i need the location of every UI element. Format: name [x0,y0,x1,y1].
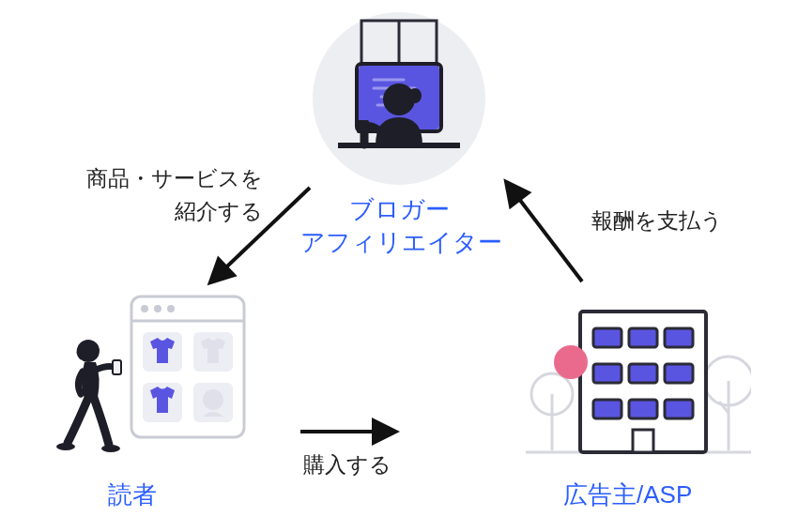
edge-right-top-label: 報酬を支払う [591,205,723,237]
node-top-line2: アフィリエイター [300,228,502,256]
svg-rect-14 [357,120,369,133]
svg-rect-38 [665,328,693,347]
advertiser-illustration [526,291,751,469]
svg-point-18 [154,305,161,312]
svg-rect-37 [629,328,657,347]
node-right-label: 広告主/ASP [563,479,692,511]
blogger-illustration [310,9,488,188]
reader-illustration [56,291,253,469]
svg-rect-41 [665,364,693,383]
svg-rect-43 [629,400,657,418]
svg-rect-39 [593,364,622,383]
svg-point-19 [167,305,175,312]
svg-rect-36 [593,328,622,347]
svg-point-46 [554,345,588,379]
svg-rect-42 [593,400,622,418]
svg-rect-45 [633,430,653,452]
arrow-right-to-top [507,183,582,281]
svg-point-24 [203,389,223,410]
svg-rect-40 [629,364,657,383]
node-top-label: ブロガー アフィリエイター [300,193,498,259]
svg-rect-26 [113,360,121,374]
svg-point-13 [408,88,422,103]
svg-point-17 [141,305,148,312]
svg-point-27 [56,443,75,450]
svg-point-28 [101,445,120,452]
edge-left-right-label: 購入する [303,448,391,481]
edge-top-left-label: 商品・サービスを 紹介する [75,162,263,227]
node-top-line1: ブロガー [349,195,450,223]
node-left-label: 読者 [108,479,157,511]
svg-rect-44 [665,400,693,418]
